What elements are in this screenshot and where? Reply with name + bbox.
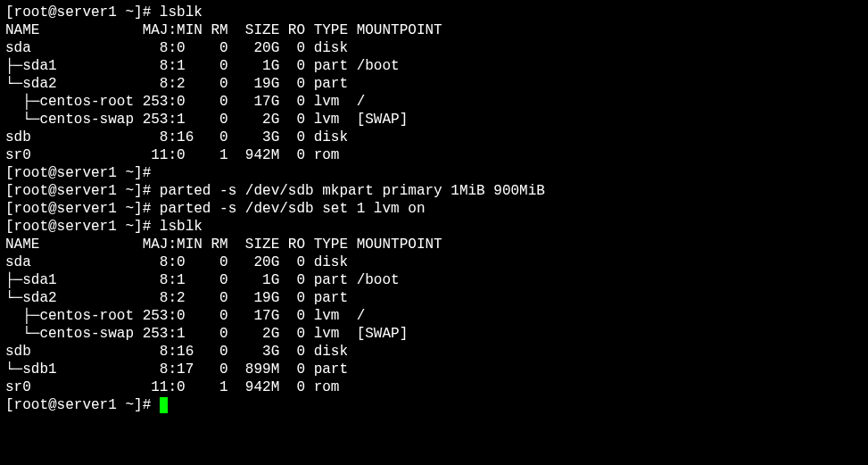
command-line: [root@server1 ~]# lsblk: [5, 218, 863, 236]
lsblk-header: NAME MAJ:MIN RM SIZE RO TYPE MOUNTPOINT: [5, 21, 863, 39]
command-line: [root@server1 ~]# lsblk: [5, 4, 863, 21]
lsblk-row: └─sda2 8:2 0 19G 0 part: [5, 75, 863, 93]
lsblk-row: └─sdb1 8:17 0 899M 0 part: [5, 361, 863, 378]
lsblk-row: ├─centos-root 253:0 0 17G 0 lvm /: [5, 93, 863, 111]
lsblk-row: sda 8:0 0 20G 0 disk: [5, 39, 863, 57]
lsblk-row: sdb 8:16 0 3G 0 disk: [5, 343, 863, 361]
lsblk-row: └─centos-swap 253:1 0 2G 0 lvm [SWAP]: [5, 111, 863, 129]
lsblk-row: ├─sda1 8:1 0 1G 0 part /boot: [5, 271, 863, 289]
lsblk-row: sr0 11:0 1 942M 0 rom: [5, 378, 863, 396]
lsblk-header: NAME MAJ:MIN RM SIZE RO TYPE MOUNTPOINT: [5, 236, 863, 253]
terminal-output[interactable]: [root@server1 ~]# lsblkNAME MAJ:MIN RM S…: [0, 0, 868, 418]
lsblk-row: sr0 11:0 1 942M 0 rom: [5, 146, 863, 164]
lsblk-row: └─sda2 8:2 0 19G 0 part: [5, 289, 863, 307]
lsblk-row: sda 8:0 0 20G 0 disk: [5, 253, 863, 271]
lsblk-row: ├─sda1 8:1 0 1G 0 part /boot: [5, 57, 863, 75]
prompt-line[interactable]: [root@server1 ~]#: [5, 396, 863, 414]
command-line: [root@server1 ~]#: [5, 164, 863, 182]
command-line: [root@server1 ~]# parted -s /dev/sdb mkp…: [5, 182, 863, 200]
lsblk-row: └─centos-swap 253:1 0 2G 0 lvm [SWAP]: [5, 325, 863, 343]
lsblk-row: ├─centos-root 253:0 0 17G 0 lvm /: [5, 307, 863, 325]
cursor[interactable]: [160, 397, 169, 413]
command-line: [root@server1 ~]# parted -s /dev/sdb set…: [5, 200, 863, 218]
lsblk-row: sdb 8:16 0 3G 0 disk: [5, 129, 863, 146]
